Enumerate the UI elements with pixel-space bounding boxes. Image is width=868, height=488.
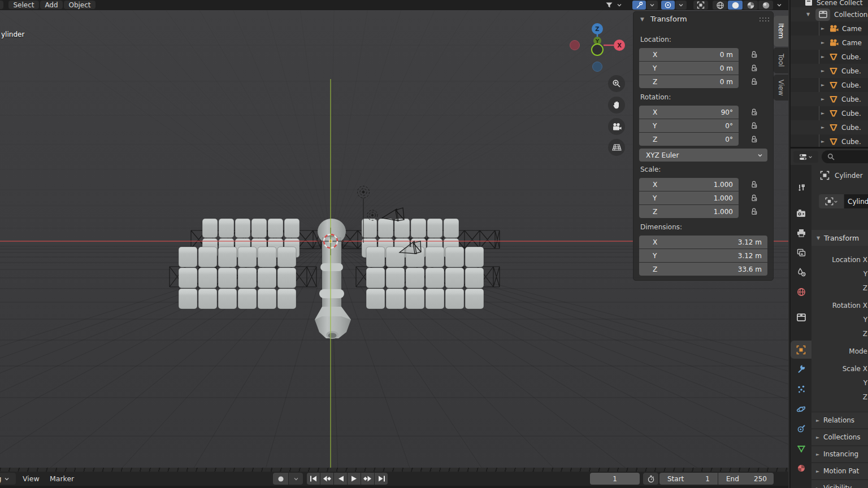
gizmo-neg-y-active[interactable] (592, 44, 603, 55)
keying-menu-partial[interactable]: g (0, 473, 16, 485)
scale-z-field[interactable]: Z1.000 (639, 205, 739, 218)
tab-texture[interactable] (791, 485, 811, 488)
perspective-grid-button[interactable] (608, 139, 625, 156)
outliner-row-camera[interactable]: ► Came (791, 36, 868, 50)
rotation-z-field[interactable]: Z0° (639, 133, 739, 146)
keying-dropdown[interactable] (289, 473, 303, 485)
panel-visibility[interactable]: ►Visibility (811, 480, 868, 488)
outliner-row-cube[interactable]: ► Cube. (791, 120, 868, 134)
lock-icon[interactable] (750, 207, 758, 215)
panel-relations[interactable]: ►Relations (811, 412, 868, 428)
prop-row-label[interactable]: Z (863, 393, 867, 401)
panel-drag-handle[interactable] (759, 17, 769, 23)
gizmo-neg-x[interactable] (570, 41, 580, 50)
shading-rendered-button[interactable] (758, 1, 773, 10)
prop-row-label[interactable]: Mode (849, 347, 867, 355)
frame-end-field[interactable]: End 250 (718, 473, 774, 485)
prop-row-label[interactable]: Y (863, 270, 867, 278)
breadcrumb[interactable]: Cylinder (820, 171, 863, 180)
outliner-row-cube[interactable]: ► Cube. (791, 78, 868, 92)
timeline-ruler[interactable] (0, 468, 788, 472)
tab-object-data[interactable] (791, 439, 811, 457)
navigation-gizmo[interactable]: Y Z X (565, 17, 633, 79)
outliner-row-cube[interactable]: ► Cube. (791, 64, 868, 78)
lock-icon[interactable] (750, 121, 758, 129)
prop-row-label[interactable]: Z (863, 284, 867, 292)
tab-collection[interactable] (791, 308, 811, 326)
transform-panel-header[interactable]: ▼ Transform (811, 230, 868, 246)
shading-wireframe-button[interactable] (713, 1, 727, 10)
tab-scene[interactable] (791, 263, 811, 281)
play-reverse-button[interactable] (334, 473, 347, 485)
tab-constraints[interactable] (791, 420, 811, 438)
chevron-down-icon[interactable] (615, 1, 623, 10)
tab-output[interactable] (791, 224, 811, 242)
tab-physics[interactable] (791, 400, 811, 418)
frame-start-field[interactable]: Start 1 (659, 473, 718, 485)
camera-view-button[interactable] (608, 118, 625, 135)
tab-particles[interactable] (791, 380, 811, 398)
xray-toggle[interactable] (693, 1, 708, 10)
shading-material-button[interactable] (743, 1, 758, 10)
panel-title[interactable]: Transform (650, 15, 687, 23)
next-keyframe-button[interactable] (361, 473, 374, 485)
dimensions-y-field[interactable]: Y3.12 m (639, 249, 767, 262)
tab-render[interactable] (791, 204, 811, 222)
tab-modifiers[interactable] (791, 360, 811, 378)
prop-row-label[interactable]: Rotation X (832, 302, 867, 310)
prop-row-label[interactable]: Scale X (843, 365, 867, 373)
location-z-field[interactable]: Z0 m (639, 75, 739, 88)
npanel-tab-view[interactable]: View (774, 75, 788, 101)
search-input[interactable] (822, 150, 868, 163)
gizmo-neg-z[interactable] (593, 62, 602, 72)
proportional-dropdown[interactable] (675, 1, 687, 10)
lock-icon[interactable] (750, 77, 758, 85)
snapping-dropdown[interactable] (646, 1, 658, 10)
prop-row-label[interactable]: Y (863, 316, 867, 324)
lock-icon[interactable] (750, 50, 758, 58)
location-y-field[interactable]: Y0 m (639, 62, 739, 75)
npanel-tab-item[interactable]: Item (774, 16, 788, 46)
lock-icon[interactable] (750, 64, 758, 72)
lock-icon[interactable] (750, 180, 758, 188)
jump-to-end-button[interactable] (375, 473, 388, 485)
npanel-tab-tool[interactable]: Tool (774, 47, 788, 73)
timeline-menu-view[interactable]: View (23, 474, 40, 483)
jump-to-start-button[interactable] (307, 473, 320, 485)
outliner-row-cube[interactable]: ► Cube. (791, 134, 868, 147)
panel-collapse-arrow[interactable]: ▼ (640, 16, 644, 22)
menu-object[interactable]: Object (64, 1, 96, 9)
tab-material[interactable] (791, 459, 811, 477)
scale-y-field[interactable]: Y1.000 (639, 191, 739, 204)
tab-view-layer[interactable] (791, 243, 811, 262)
rotation-y-field[interactable]: Y0° (639, 119, 739, 132)
cylinder-object[interactable] (315, 219, 351, 339)
menu-select[interactable]: Select (8, 1, 39, 9)
snapping-toggle[interactable] (632, 1, 646, 10)
tab-tool[interactable] (791, 178, 811, 197)
lock-icon[interactable] (750, 194, 758, 202)
menu-add[interactable]: Add (40, 1, 63, 9)
current-frame-field[interactable]: 1 (590, 473, 640, 485)
zoom-tool-button[interactable] (608, 75, 625, 92)
outliner-row-cube[interactable]: ► Cube. (791, 50, 868, 64)
pan-tool-button[interactable] (608, 97, 625, 114)
rotation-x-field[interactable]: X90° (639, 106, 739, 119)
panel-collections[interactable]: ►Collections (811, 429, 868, 445)
object-name-field[interactable]: Cylinde (844, 194, 868, 208)
lock-icon[interactable] (750, 135, 758, 143)
panel-instancing[interactable]: ►Instancing (811, 446, 868, 462)
editor-type-dropdown[interactable] (793, 151, 818, 163)
prop-row-label[interactable]: Z (863, 330, 867, 338)
gizmos-dropdown[interactable] (604, 1, 615, 10)
prop-row-label[interactable]: Y (863, 379, 867, 387)
stopwatch-icon[interactable] (643, 473, 658, 485)
lock-icon[interactable] (750, 108, 758, 116)
previous-keyframe-button[interactable] (320, 473, 333, 485)
outliner-row-cube[interactable]: ► Cube. (791, 92, 868, 106)
outliner-row-camera[interactable]: ► Came (791, 21, 868, 36)
scale-x-field[interactable]: X1.000 (639, 178, 739, 191)
id-type-dropdown[interactable] (819, 194, 844, 208)
outliner-row-collection[interactable]: ▼ Collection (791, 7, 868, 21)
shading-dropdown[interactable] (774, 1, 784, 10)
